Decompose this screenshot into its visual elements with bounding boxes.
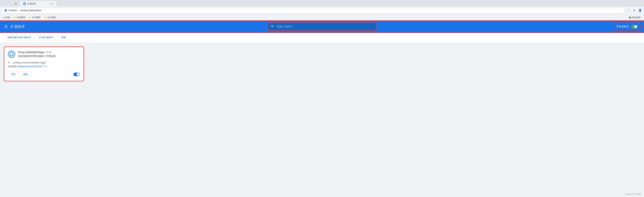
bookmark-apps[interactable]: ⊞ 应用: [2, 15, 12, 20]
address-separator: |: [18, 9, 19, 12]
remove-button[interactable]: 移除: [20, 72, 31, 77]
extensions-content: Proxy SwitchyOmega 2.5.21 轻松快捷地管理和切换多个代理…: [0, 43, 644, 197]
extensions-title: 扩展程序: [10, 24, 25, 29]
update-button[interactable]: 更新: [58, 34, 69, 40]
extension-views-link[interactable]: background.html,另外还有 1 个...: [17, 65, 48, 68]
extension-card-proxy-switchyomega: Proxy SwitchyOmega 2.5.21 轻松快捷地管理和切换多个代理…: [4, 47, 84, 81]
extensions-button[interactable]: ▼: [632, 8, 637, 13]
bookmark-apps-label: 应用: [6, 16, 10, 19]
extension-name-row: Proxy SwitchyOmega 2.5.21: [18, 50, 80, 54]
address-favicon: [4, 9, 7, 12]
extension-card-footer: 详情 移除: [8, 72, 80, 77]
extension-toggle: [74, 72, 80, 76]
extension-name: Proxy SwitchyOmega: [18, 50, 44, 54]
reading-list-button[interactable]: 📚 阅读清单: [627, 15, 642, 20]
tab-favicon: [23, 2, 26, 5]
browser-actions: ☆ ▼ 👤: [626, 8, 642, 13]
profile-button[interactable]: 👤: [638, 8, 642, 13]
extension-icon-inner: [10, 52, 14, 56]
extension-id-row: ID： padekgcemlokbadohgkifijomclgjgif: [8, 61, 80, 65]
address-brand: Chrome: [8, 9, 17, 12]
load-unpacked-button[interactable]: 加载已解压的扩展程序: [4, 34, 34, 40]
extensions-header: ☰ 扩展程序 🔍 开发者模式: [0, 21, 644, 32]
extension-card-header: Proxy SwitchyOmega 2.5.21 轻松快捷地管理和切换多个代理…: [8, 50, 80, 58]
back-button[interactable]: ←: [2, 1, 7, 6]
bookmark-daily[interactable]: 📁 日常网页: [12, 15, 27, 20]
footer-text: CSDN @天龙星眸: [625, 193, 641, 195]
address-bar[interactable]: Chrome | chrome://extensions: [2, 8, 624, 13]
reading-list-icon: 📚: [629, 16, 632, 19]
refresh-button[interactable]: ↻: [13, 1, 18, 6]
bookmark-office[interactable]: 📁 办公网页: [42, 15, 58, 20]
reading-list-label: 阅读清单: [632, 16, 641, 19]
extensions-toolbar: 加载已解压的扩展程序 打包扩展程序 更新: [0, 32, 644, 43]
favicon-inner: [24, 3, 26, 5]
extension-views-label: 查看视图: [8, 65, 16, 68]
toggle-thumb: [634, 25, 637, 28]
address-url: chrome://extensions: [20, 9, 41, 12]
folder-icon-daily: 📁: [13, 16, 16, 19]
bookmark-study[interactable]: 📁 学习网页: [27, 15, 42, 20]
extension-version: 2.5.21: [45, 51, 52, 54]
forward-button[interactable]: →: [8, 1, 12, 6]
tab-bar: ← → ↻ 扩展程序 ✕: [0, 0, 644, 6]
developer-mode-section: 开发者模式: [614, 24, 640, 30]
search-icon: 🔍: [271, 25, 275, 29]
search-input[interactable]: [277, 25, 373, 28]
extension-enable-toggle[interactable]: [74, 72, 80, 76]
address-bar-row: Chrome | chrome://extensions ☆ ▼ 👤: [0, 6, 644, 14]
extension-info: Proxy SwitchyOmega 2.5.21 轻松快捷地管理和切换多个代理…: [18, 50, 80, 58]
developer-mode-toggle[interactable]: [631, 25, 638, 28]
menu-icon[interactable]: ☰: [4, 24, 8, 29]
extension-icon: [8, 50, 15, 58]
pack-extension-button[interactable]: 打包扩展程序: [36, 34, 56, 40]
page-footer: CSDN @天龙星眸: [625, 193, 641, 196]
tab-close-button[interactable]: ✕: [50, 2, 53, 6]
nav-buttons: ← → ↻: [0, 1, 20, 6]
bookmark-daily-label: 日常网页: [17, 16, 26, 19]
ext-toggle-thumb: [77, 73, 80, 76]
bookmark-star-button[interactable]: ☆: [626, 8, 631, 13]
extension-description: 轻松快捷地管理和切换多个代理设置。: [18, 54, 80, 58]
folder-icon-study: 📁: [28, 16, 31, 19]
footer-buttons: 详情 移除: [8, 72, 31, 77]
apps-icon: ⊞: [3, 16, 5, 19]
folder-icon-office: 📁: [44, 16, 46, 19]
bookmark-study-label: 学习网页: [32, 16, 41, 19]
tab-title: 扩展程序: [27, 2, 48, 6]
extension-views-row: 查看视图 background.html,另外还有 1 个...: [8, 65, 80, 68]
extension-details: ID： padekgcemlokbadohgkifijomclgjgif 查看视…: [8, 61, 80, 68]
detail-button[interactable]: 详情: [8, 72, 19, 77]
search-box-wrapper: 🔍: [268, 23, 376, 30]
bookmark-office-label: 办公网页: [47, 16, 56, 19]
developer-mode-label: 开发者模式: [616, 25, 629, 28]
search-box: 🔍: [268, 23, 376, 30]
browser-frame: ← → ↻ 扩展程序 ✕ Chrome | chrome://extension…: [0, 0, 644, 21]
extension-id-value: padekgcemlokbadohgkifijomclgjgif: [13, 62, 46, 64]
bookmarks-bar: ⊞ 应用 📁 日常网页 📁 学习网页 📁 办公网页 📚 阅读清单: [0, 14, 644, 21]
extension-id-label: ID：: [8, 62, 12, 64]
active-tab[interactable]: 扩展程序 ✕: [20, 1, 56, 6]
